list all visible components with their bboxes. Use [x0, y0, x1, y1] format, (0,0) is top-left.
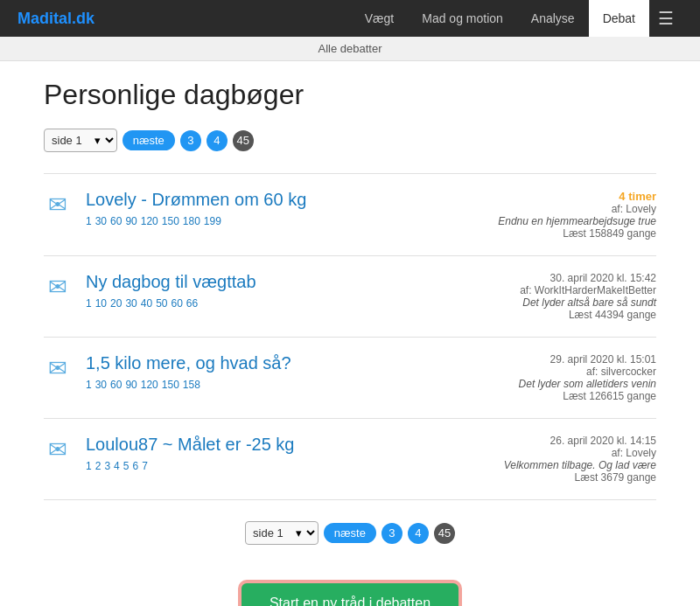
next-button-top[interactable]: næste: [122, 130, 175, 150]
page-45-top[interactable]: 45: [233, 130, 254, 151]
thread-time-1: 30. april 2020 kl. 15:42: [499, 272, 656, 284]
thread-time-2: 29. april 2020 kl. 15:01: [499, 353, 656, 366]
brand-text-before: Mad: [18, 10, 49, 27]
bottom-section: side 1 ▾ næste 3 4 45 Start en ny tråd i…: [44, 521, 656, 606]
page-select-wrap-bottom[interactable]: side 1 ▾: [245, 521, 318, 545]
thread-page-link[interactable]: 6: [132, 460, 138, 472]
brand-logo[interactable]: Madital.dk: [18, 10, 94, 28]
page-3-bottom[interactable]: 3: [382, 523, 402, 544]
page-title: Personlige dagbøger: [44, 79, 656, 111]
thread-icon-1: ✉: [44, 274, 72, 301]
thread-body-2: 1,5 kilo mere, og hvad så? 1 30 60 90 12…: [86, 353, 485, 391]
thread-page-link[interactable]: 120: [141, 379, 158, 391]
thread-page-link[interactable]: 10: [95, 297, 107, 310]
thread-author-0: af: Lovely: [498, 203, 656, 215]
thread-pages-1: 1 10 20 30 40 50 60 66: [86, 297, 485, 310]
thread-icon-0: ✉: [44, 192, 72, 219]
thread-page-link[interactable]: 60: [110, 379, 122, 391]
page-4-top[interactable]: 4: [206, 130, 228, 151]
page-label-bottom: side 1: [246, 523, 290, 543]
thread-list: ✉ Lovely - Drømmen om 60 kg 1 30 60 90 1…: [44, 173, 656, 500]
thread-snippet-3: Velkommen tilbage. Og lad være: [499, 459, 656, 471]
thread-title-0[interactable]: Lovely - Drømmen om 60 kg: [86, 190, 484, 210]
thread-page-link[interactable]: 1: [86, 297, 92, 310]
thread-page-link[interactable]: 30: [95, 379, 107, 391]
thread-page-link[interactable]: 30: [95, 215, 107, 227]
thread-reads-0: Læst 158849 gange: [498, 227, 656, 240]
thread-page-link[interactable]: 1: [86, 215, 92, 227]
thread-page-link[interactable]: 50: [156, 297, 167, 310]
thread-page-link[interactable]: 158: [183, 379, 200, 391]
page-45-bottom[interactable]: 45: [434, 523, 455, 544]
thread-meta-2: 29. april 2020 kl. 15:01 af: silvercocke…: [499, 353, 656, 402]
thread-page-link[interactable]: 5: [123, 460, 130, 472]
page-select-wrap-top[interactable]: side 1 ▾: [44, 129, 117, 152]
thread-time-0: 4 timer: [498, 190, 656, 203]
thread-page-link[interactable]: 199: [204, 215, 221, 227]
navbar: Madital.dk Vægt Mad og motion Analyse De…: [0, 0, 700, 37]
thread-page-link[interactable]: 90: [125, 215, 136, 227]
thread-title-2[interactable]: 1,5 kilo mere, og hvad så?: [86, 353, 485, 373]
nav-debat[interactable]: Debat: [589, 0, 649, 37]
thread-body-1: Ny dagbog til vægttab 1 10 20 30 40 50 6…: [86, 272, 485, 310]
thread-meta-1: 30. april 2020 kl. 15:42 af: WorkItHarde…: [499, 272, 656, 321]
thread-body-3: Loulou87 ~ Målet er -25 kg 1 2 3 4 5 6 7: [86, 435, 485, 472]
nav-analyse[interactable]: Analyse: [517, 0, 589, 37]
thread-item: ✉ Loulou87 ~ Målet er -25 kg 1 2 3 4 5 6…: [44, 419, 656, 500]
thread-pages-2: 1 30 60 90 120 150 158: [86, 379, 485, 391]
thread-item: ✉ 1,5 kilo mere, og hvad så? 1 30 60 90 …: [44, 338, 656, 419]
nav-mad-og-motion[interactable]: Mad og motion: [408, 0, 517, 37]
thread-page-link[interactable]: 2: [95, 460, 102, 472]
thread-page-link[interactable]: 1: [86, 379, 92, 391]
thread-icon-2: ✉: [44, 355, 72, 382]
thread-body-0: Lovely - Drømmen om 60 kg 1 30 60 90 120…: [86, 190, 484, 227]
thread-page-link[interactable]: 1: [86, 460, 92, 472]
page-3-top[interactable]: 3: [180, 130, 201, 151]
thread-page-link[interactable]: 150: [162, 379, 179, 391]
new-thread-button[interactable]: Start en ny tråd i debatten: [242, 583, 458, 606]
thread-page-link[interactable]: 60: [171, 297, 182, 310]
thread-page-link[interactable]: 40: [141, 297, 152, 310]
brand-text-after: tal.dk: [53, 10, 94, 27]
main-content: Personlige dagbøger side 1 ▾ næste 3 4 4…: [18, 61, 682, 606]
nav-vaegt[interactable]: Vægt: [351, 0, 408, 37]
thread-title-1[interactable]: Ny dagbog til vægttab: [86, 272, 485, 292]
thread-page-link[interactable]: 60: [110, 215, 122, 227]
thread-page-link[interactable]: 66: [186, 297, 198, 310]
thread-item: ✉ Ny dagbog til vægttab 1 10 20 30 40 50…: [44, 256, 656, 338]
thread-title-3[interactable]: Loulou87 ~ Målet er -25 kg: [86, 435, 485, 455]
pagination-top: side 1 ▾ næste 3 4 45: [44, 129, 656, 152]
thread-time-3: 26. april 2020 kl. 14:15: [499, 435, 656, 447]
thread-pages-0: 1 30 60 90 120 150 180 199: [86, 215, 484, 227]
thread-snippet-0: Endnu en hjemmearbejdsuge true: [498, 215, 656, 227]
thread-icon-3: ✉: [44, 436, 72, 463]
thread-author-2: af: silvercocker: [499, 366, 656, 378]
thread-pages-3: 1 2 3 4 5 6 7: [86, 460, 485, 472]
thread-page-link[interactable]: 20: [110, 297, 122, 310]
thread-snippet-1: Det lyder altså bare så sundt: [499, 296, 656, 309]
thread-reads-3: Læst 3679 gange: [499, 471, 656, 484]
thread-page-link[interactable]: 180: [183, 215, 200, 227]
page-select-top[interactable]: ▾: [89, 129, 116, 151]
page-label-top: side 1: [45, 130, 89, 150]
thread-page-link[interactable]: 4: [114, 460, 120, 472]
alle-debatter-link[interactable]: Alle debatter: [318, 42, 382, 55]
thread-page-link[interactable]: 90: [125, 379, 136, 391]
thread-author-3: af: Lovely: [499, 447, 656, 459]
pagination-bottom: side 1 ▾ næste 3 4 45: [245, 521, 455, 545]
page-4-bottom[interactable]: 4: [408, 523, 429, 544]
hamburger-menu-icon[interactable]: ☰: [649, 8, 682, 29]
thread-page-link[interactable]: 150: [162, 215, 179, 227]
thread-meta-0: 4 timer af: Lovely Endnu en hjemmearbejd…: [498, 190, 656, 240]
thread-page-link[interactable]: 3: [104, 460, 110, 472]
thread-author-1: af: WorkItHarderMakeItBetter: [499, 284, 656, 296]
thread-page-link[interactable]: 30: [125, 297, 136, 310]
thread-item: ✉ Lovely - Drømmen om 60 kg 1 30 60 90 1…: [44, 174, 656, 256]
thread-reads-2: Læst 126615 gange: [499, 390, 656, 402]
nav-links: Vægt Mad og motion Analyse Debat ☰: [351, 0, 682, 37]
page-select-bottom[interactable]: ▾: [290, 522, 318, 544]
subbar: Alle debatter: [0, 37, 700, 61]
thread-page-link[interactable]: 7: [142, 460, 148, 472]
thread-page-link[interactable]: 120: [141, 215, 158, 227]
next-button-bottom[interactable]: næste: [324, 523, 376, 543]
